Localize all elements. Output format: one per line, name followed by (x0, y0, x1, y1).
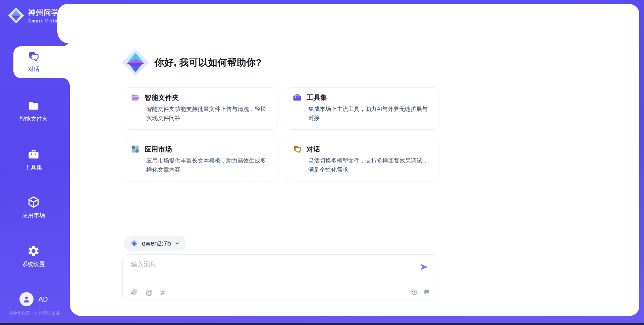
send-button[interactable] (419, 262, 429, 272)
gear-icon (27, 245, 40, 257)
chat-icon (292, 144, 302, 154)
sidebar-item-settings[interactable]: 系统设置 (0, 245, 67, 268)
card-smart-folder[interactable]: 智能文件夹 智能文件夹功能支持批量文件上传与清洗，轻松实现文件问答 (124, 87, 277, 130)
chat-icon (28, 50, 40, 62)
brand-logo[interactable]: 神州问学 Smart Vision (8, 7, 61, 23)
sidebar-item-label: 智能文件夹 (19, 116, 48, 122)
card-chat[interactable]: 对话 灵活切换多模型文件，支持多样回复效果调试，满足个性化需求 (286, 139, 439, 181)
toolbar-right (411, 289, 430, 296)
composer-toolbar: @ # (131, 287, 430, 297)
greeting-title: 你好, 我可以如何帮助你? (155, 56, 262, 69)
paperclip-icon (131, 289, 138, 296)
card-header: 工具集 (292, 93, 327, 102)
sidebar-item-label: 系统设置 (22, 261, 45, 267)
card-title: 应用市场 (145, 145, 172, 154)
sidebar-item-label: 工具集 (25, 164, 42, 171)
card-header: 智能文件夹 (130, 93, 179, 102)
card-title: 工具集 (307, 93, 327, 102)
brand-subtitle: Smart Vision (28, 19, 61, 23)
user-label: AD (39, 296, 48, 303)
mention-button[interactable]: @ (146, 289, 153, 296)
sidebar-item-chat[interactable]: 对话 (0, 50, 67, 73)
history-icon (411, 289, 418, 296)
model-selector[interactable]: qwen2:7b (124, 236, 186, 251)
card-description: 灵活切换多模型文件，支持多样回复效果调试，满足个性化需求 (308, 156, 432, 174)
card-description: 智能文件夹功能支持批量文件上传与清洗，轻松实现文件问答 (146, 105, 270, 123)
composer-divider (131, 283, 430, 283)
cube-icon (27, 196, 40, 208)
model-diamond-icon (130, 239, 139, 248)
model-name: qwen2:7b (142, 240, 171, 247)
card-title: 智能文件夹 (145, 93, 179, 102)
history-button[interactable] (411, 289, 418, 296)
chat-bubble-icon (423, 289, 430, 296)
chevron-down-icon (174, 241, 180, 246)
card-toolset[interactable]: 工具集 集成市场上主流工具，助力AI与外界无缝扩展与对接 (286, 87, 439, 130)
sidebar-item-label: 应用市场 (22, 212, 45, 218)
bottom-strip (0, 323, 644, 325)
greeting-diamond-icon (122, 49, 149, 76)
sidebar-item-app-market[interactable]: 应用市场 (0, 196, 67, 219)
briefcase-icon (27, 148, 40, 160)
card-header: 应用市场 (130, 144, 172, 154)
sidebar-item-toolset[interactable]: 工具集 (0, 148, 67, 171)
briefcase-icon (292, 93, 302, 102)
attach-file-button[interactable] (131, 289, 138, 296)
send-icon (419, 262, 429, 272)
person-icon (22, 295, 31, 304)
folder-icon (27, 100, 40, 112)
folder-open-icon (130, 93, 140, 102)
message-input[interactable] (131, 260, 406, 279)
card-description: 应用市场提供丰富长文本模板，助力高效生成多样化文章内容 (146, 156, 270, 174)
user-profile[interactable]: AD (0, 292, 67, 306)
grid-icon (130, 144, 140, 154)
brand-name: 神州问学 (28, 8, 61, 18)
greeting: 你好, 我可以如何帮助你? (122, 49, 262, 76)
card-title: 对话 (307, 145, 320, 154)
conversations-button[interactable] (423, 289, 430, 296)
topic-button[interactable]: # (161, 289, 165, 296)
sidebar-footer: ©神州数码 · 神州问学出品 (0, 310, 70, 316)
avatar (19, 292, 34, 306)
message-composer: @ # (122, 254, 438, 300)
sidebar-item-label: 对话 (28, 66, 39, 72)
card-header: 对话 (292, 144, 320, 154)
card-description: 集成市场上主流工具，助力AI与外界无缝扩展与对接 (308, 105, 432, 123)
card-app-market[interactable]: 应用市场 应用市场提供丰富长文本模板，助力高效生成多样化文章内容 (124, 139, 277, 181)
sidebar-item-smart-folder[interactable]: 智能文件夹 (0, 100, 67, 123)
brand-text: 神州问学 Smart Vision (28, 8, 61, 23)
brand-diamond-icon (8, 7, 24, 23)
